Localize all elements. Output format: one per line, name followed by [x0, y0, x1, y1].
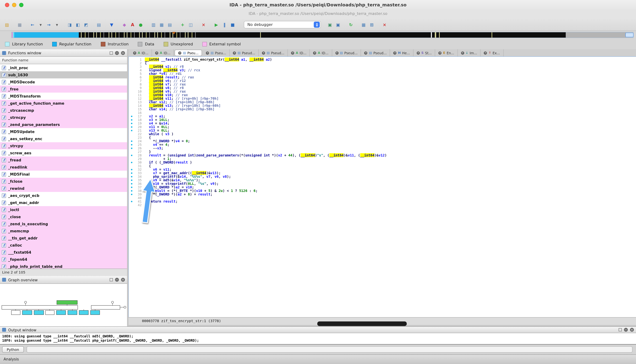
minimize-panel-icon[interactable]: −: [115, 278, 119, 282]
record-run-icon[interactable]: ●: [137, 21, 144, 28]
close-panel-icon[interactable]: ×: [121, 278, 125, 282]
close-button[interactable]: [5, 3, 9, 7]
code-line[interactable]: 22 while ( v3 ): [129, 132, 636, 136]
tab-close-icon[interactable]: ×: [178, 51, 182, 54]
function-list-item[interactable]: f_strncpy: [0, 114, 127, 121]
function-list-item[interactable]: f_get_mac_addr: [0, 199, 127, 206]
snapshot-icon[interactable]: ◫: [187, 21, 194, 28]
code-line[interactable]: 28 result = (unsigned int)zend_parse_par…: [129, 154, 636, 157]
functions-column-header[interactable]: Function name: [0, 57, 127, 64]
tab-close-icon[interactable]: ×: [155, 51, 158, 54]
zoom-button[interactable]: [19, 3, 24, 7]
tab-id[interactable]: ×AID...: [288, 49, 310, 56]
tab-close-icon[interactable]: ×: [291, 51, 294, 54]
code-line[interactable]: 38 result = (*(_BYTE *)(v10 + 5) & 2u) <…: [129, 189, 636, 193]
function-list-item[interactable]: f_ioctl: [0, 206, 127, 213]
code-line[interactable]: 9 __int64 v8; // r8: [129, 86, 636, 90]
function-list-item[interactable]: f_aes_crypt_ecb: [0, 192, 127, 199]
navigate-back-icon[interactable]: ←: [29, 21, 36, 28]
function-list-item[interactable]: f_zend_is_executing: [0, 220, 127, 228]
code-line[interactable]: 4 signed __int64 v3; // rcx: [129, 68, 636, 72]
tab-close-icon[interactable]: ×: [335, 51, 338, 54]
code-line[interactable]: 10 __int64 v9; // rax: [129, 90, 636, 93]
code-line[interactable]: 37 *(_QWORD *)a2 = v10;: [129, 186, 636, 189]
code-line[interactable]: 14 __int64 v13; // [rsp+18h] [rbp-60h]: [129, 104, 636, 108]
vertical-splitter[interactable]: [127, 49, 129, 326]
code-line[interactable]: 27 }: [129, 150, 636, 154]
tab-pseud[interactable]: ×▤Pseud...: [332, 49, 361, 56]
float-panel-icon[interactable]: [618, 328, 622, 331]
function-list-item[interactable]: f_screw_aes: [0, 149, 127, 156]
tab-close-icon[interactable]: ×: [133, 51, 136, 54]
minimize-panel-icon[interactable]: −: [624, 328, 628, 332]
code-line[interactable]: 26 --v3;: [129, 146, 636, 150]
function-list-item[interactable]: f_strcasecmp: [0, 107, 127, 114]
run-icon[interactable]: ▶: [213, 21, 220, 28]
function-list-item[interactable]: f_aes_setkey_enc: [0, 135, 127, 142]
code-line[interactable]: 33 v7 = get_mac_addr((__int64)&v13);: [129, 171, 636, 175]
open-file-icon[interactable]: ▨: [4, 21, 10, 28]
tab-close-icon[interactable]: ×: [461, 51, 464, 54]
tab-id[interactable]: ×AID...: [130, 49, 152, 56]
function-list-item[interactable]: f_fclose: [0, 178, 127, 185]
function-list-item[interactable]: f_strcpy: [0, 142, 127, 149]
tab-he[interactable]: ×HHe...: [390, 49, 413, 56]
code-line[interactable]: 19 v4 = &v14;: [129, 122, 636, 125]
function-list-item[interactable]: f_close: [0, 213, 127, 220]
tab-pseud[interactable]: ×▤Pseud...: [230, 49, 259, 56]
code-line[interactable]: 24 *(_DWORD *)v4 = 0;: [129, 140, 636, 143]
code-line[interactable]: 17 v2 = a1;: [129, 114, 636, 118]
tab-id[interactable]: ×AID...: [152, 49, 174, 56]
back-history-icon[interactable]: ▾: [37, 21, 44, 28]
code-line[interactable]: 40 }: [129, 196, 636, 200]
code-line[interactable]: 35 v9 = md5(&v14, "%s%s");: [129, 178, 636, 182]
function-list-item[interactable]: f_init_proc: [0, 64, 127, 71]
tab-st[interactable]: ×SSt...: [413, 49, 435, 56]
function-list-item[interactable]: fsub_1630: [0, 71, 127, 78]
code-line[interactable]: 5 char *v4; // rdi: [129, 72, 636, 76]
tab-close-icon[interactable]: ×: [313, 51, 316, 54]
function-list-item[interactable]: f___fxstat64: [0, 249, 127, 256]
debugger-terminal-icon[interactable]: ▣: [327, 21, 333, 28]
function-list-item[interactable]: f_free: [0, 86, 127, 92]
code-line[interactable]: 32 v6 = v11;: [129, 168, 636, 171]
code-line[interactable]: 29 + 1;: [129, 157, 636, 161]
jump-to-segment-icon[interactable]: ◩: [83, 21, 90, 28]
function-list-item[interactable]: f_MD5Final: [0, 171, 127, 178]
code-line[interactable]: 21 v13 = 0LL;: [129, 129, 636, 132]
tab-pseu[interactable]: ×▤Pseu...: [203, 49, 230, 56]
tab-pseud[interactable]: ×▤Pseud...: [361, 49, 390, 56]
tab-close-icon[interactable]: ×: [364, 51, 367, 54]
code-line[interactable]: 23 {: [129, 136, 636, 140]
jump-to-address-icon[interactable]: ◧: [75, 21, 81, 28]
function-list-item[interactable]: f_fread: [0, 156, 127, 164]
code-line[interactable]: 36 v10 = strpprintf(0LL, "%s", v9);: [129, 182, 636, 186]
modules-window-icon[interactable]: ⊞: [368, 21, 375, 28]
tab-pseu[interactable]: ×▤Pseu...: [175, 50, 202, 56]
tab-en[interactable]: ×EEn...: [435, 49, 458, 56]
registers-window-icon[interactable]: ▦: [360, 21, 367, 28]
function-list-item[interactable]: f_fopen64: [0, 256, 127, 263]
tab-close-icon[interactable]: ×: [484, 51, 487, 54]
python-button[interactable]: Python: [2, 346, 24, 353]
debugger-select[interactable]: No debugger: [244, 21, 321, 28]
tab-close-icon[interactable]: ×: [233, 51, 236, 54]
code-line[interactable]: 16: [129, 111, 636, 114]
code-line[interactable]: 12 __int64 v11; // [rsp+8h] [rbp-70h]: [129, 97, 636, 100]
close-panel-icon[interactable]: ×: [630, 328, 634, 332]
code-line[interactable]: 1__int64 __fastcall zif_tos_encrypt_str(…: [129, 58, 636, 62]
float-panel-icon[interactable]: [110, 278, 113, 281]
function-list-item[interactable]: f_rewind: [0, 185, 127, 192]
code-line[interactable]: 25 v4 += 4;: [129, 143, 636, 146]
minimize-button[interactable]: [12, 3, 16, 7]
code-line[interactable]: 11 __int64 v10; // rax: [129, 93, 636, 97]
function-list-item[interactable]: f_calloc: [0, 242, 127, 249]
tab-close-icon[interactable]: ×: [393, 51, 397, 54]
forward-history-icon[interactable]: ▾: [54, 21, 60, 28]
navigation-band[interactable]: [11, 32, 633, 38]
code-line[interactable]: 20 v11 = 0LL;: [129, 125, 636, 129]
code-line[interactable]: 18 v3 = 16LL;: [129, 118, 636, 122]
close-panel-icon[interactable]: ×: [121, 51, 125, 55]
palette-icon[interactable]: ◆: [121, 21, 128, 28]
debugger-console-icon[interactable]: ▣: [335, 21, 341, 28]
